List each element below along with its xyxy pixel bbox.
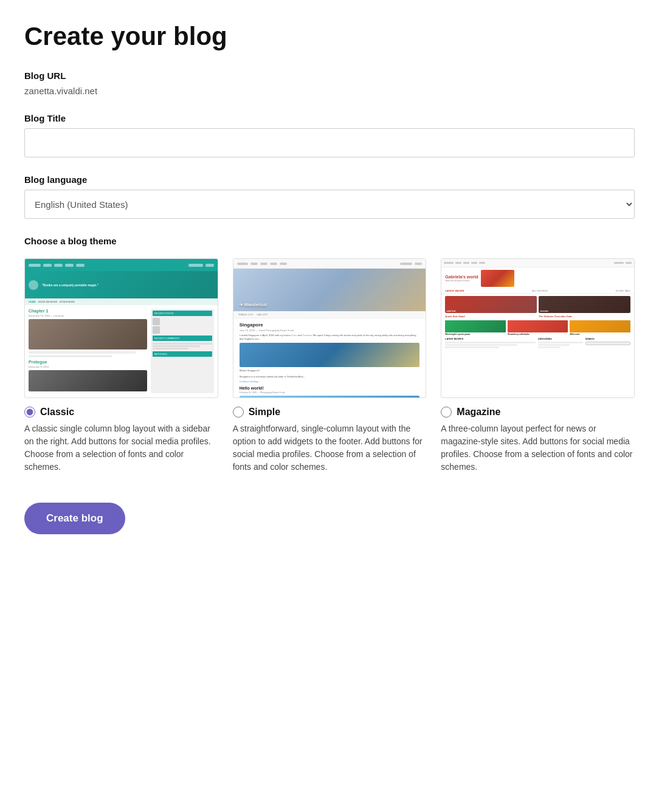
classic-hero: "Books are a uniquely portable magic." <box>25 271 218 298</box>
magazine-theme-desc: A three-column layout perfect for news o… <box>441 422 635 473</box>
blog-url-value: zanetta.vivaldi.net <box>24 86 635 96</box>
magazine-featured-grid: salad food chocolate <box>441 296 634 313</box>
classic-radio[interactable] <box>24 407 35 418</box>
classic-content: Chapter 1 December 18, 2019 — Literature… <box>25 305 218 397</box>
singapore-city-img <box>240 343 420 367</box>
language-select[interactable]: English (United States) English (United … <box>24 190 635 219</box>
magazine-theme-name: Magazine <box>457 407 500 418</box>
simple-hero-img: ✈ Wanderlust <box>233 269 426 311</box>
classic-theme-desc: A classic single column blog layout with… <box>24 422 218 473</box>
theme-preview-magazine: Gabriela's world Welcome! A word of hear… <box>441 258 635 398</box>
magazine-small-grid: Weeknight's pesto pasta Strawberry milks… <box>441 320 634 335</box>
page-title: Create your blog <box>24 22 635 51</box>
simple-theme-desc: A straightforward, single-column layout … <box>233 422 427 473</box>
simple-nav <box>233 259 426 269</box>
theme-card-classic: "Books are a uniquely portable magic." H… <box>24 258 218 473</box>
classic-theme-name: Classic <box>40 407 74 418</box>
theme-card-simple: ✈ Wanderlust TRAVEL LOG GALLERY Singapor… <box>233 258 427 473</box>
blog-url-label: Blog URL <box>24 71 635 81</box>
blog-language-section: Blog language English (United States) En… <box>24 174 635 219</box>
create-blog-button[interactable]: Create blog <box>24 503 125 534</box>
blog-title-section: Blog Title <box>24 113 635 157</box>
theme-card-magazine: Gabriela's world Welcome! A word of hear… <box>441 258 635 473</box>
simple-theme-name: Simple <box>249 407 280 418</box>
themes-grid: "Books are a uniquely portable magic." H… <box>24 258 635 473</box>
blog-title-input[interactable] <box>24 128 635 157</box>
theme-section-label: Choose a blog theme <box>24 236 635 246</box>
simple-option-row: Simple <box>233 407 427 418</box>
blog-title-label: Blog Title <box>24 113 635 123</box>
magazine-feat-titles: Quick Side Salad The Ultimate Chocolate … <box>441 315 634 318</box>
classic-nav <box>25 259 218 271</box>
magazine-radio[interactable] <box>441 407 452 418</box>
magazine-nav <box>441 259 634 267</box>
magazine-header: Gabriela's world Welcome! A word of hear… <box>441 267 634 289</box>
theme-section: Choose a blog theme "Books are a uniqu <box>24 236 635 473</box>
blog-url-section: Blog URL zanetta.vivaldi.net <box>24 71 635 96</box>
simple-content: Singapore June 22, 2020 — Travel Photogr… <box>233 318 426 398</box>
theme-preview-simple: ✈ Wanderlust TRAVEL LOG GALLERY Singapor… <box>233 258 427 398</box>
simple-radio[interactable] <box>233 407 244 418</box>
magazine-option-row: Magazine <box>441 407 635 418</box>
blog-language-label: Blog language <box>24 174 635 185</box>
theme-preview-classic: "Books are a uniquely portable magic." H… <box>24 258 218 398</box>
classic-option-row: Classic <box>24 407 218 418</box>
